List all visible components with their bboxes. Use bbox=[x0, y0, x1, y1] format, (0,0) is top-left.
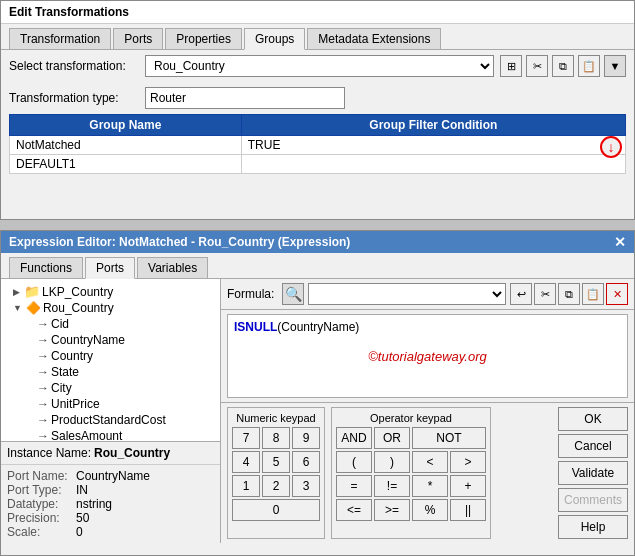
select-transformation-select[interactable]: Rou_Country bbox=[145, 55, 494, 77]
kp-5[interactable]: 5 bbox=[262, 451, 290, 473]
tab-variables[interactable]: Variables bbox=[137, 257, 208, 278]
kp-pct[interactable]: % bbox=[412, 499, 448, 521]
kp-plus[interactable]: + bbox=[450, 475, 486, 497]
tree-node-salesamount[interactable]: → SalesAmount bbox=[5, 428, 216, 441]
tree-content: ▶ 📁 LKP_Country ▼ 🔶 Rou_Country → Cid bbox=[1, 279, 220, 441]
tree-node-country[interactable]: → Country bbox=[5, 348, 216, 364]
formula-search-icon[interactable]: 🔍 bbox=[282, 283, 304, 305]
kp-lparen[interactable]: ( bbox=[336, 451, 372, 473]
table-row[interactable]: DEFAULT1 bbox=[10, 155, 626, 174]
cancel-button[interactable]: Cancel bbox=[558, 434, 628, 458]
folder-icon: 📁 bbox=[24, 284, 40, 299]
clear-icon[interactable]: ✕ bbox=[606, 283, 628, 305]
tree-node-productstandardcost[interactable]: → ProductStandardCost bbox=[5, 412, 216, 428]
groups-table-wrapper: Group Name Group Filter Condition NotMat… bbox=[1, 114, 634, 174]
tree-node-countryname[interactable]: → CountryName bbox=[5, 332, 216, 348]
paste-icon[interactable]: 📋 bbox=[582, 283, 604, 305]
kp-9[interactable]: 9 bbox=[292, 427, 320, 449]
tree-node-rou-country[interactable]: ▼ 🔶 Rou_Country bbox=[5, 300, 216, 316]
transformation-type-label: Transformation type: bbox=[9, 91, 139, 105]
tree-node-state[interactable]: → State bbox=[5, 364, 216, 380]
tree-panel: ▶ 📁 LKP_Country ▼ 🔶 Rou_Country → Cid bbox=[1, 279, 221, 543]
kp-2[interactable]: 2 bbox=[262, 475, 290, 497]
help-button[interactable]: Help bbox=[558, 515, 628, 539]
arrow-right-icon: → bbox=[37, 429, 49, 441]
kp-and[interactable]: AND bbox=[336, 427, 372, 449]
arrow-right-icon: → bbox=[37, 365, 49, 379]
icon-arrow-down[interactable]: ▼ bbox=[604, 55, 626, 77]
icon-copy[interactable]: ⧉ bbox=[552, 55, 574, 77]
kp-4[interactable]: 4 bbox=[232, 451, 260, 473]
arrow-right-icon: → bbox=[37, 413, 49, 427]
kp-lte[interactable]: <= bbox=[336, 499, 372, 521]
transformation-type-input[interactable] bbox=[145, 87, 345, 109]
port-type-row: Port Type: IN bbox=[7, 483, 214, 497]
filter-condition-cell: TRUE bbox=[241, 136, 625, 155]
icon-cut[interactable]: ✂ bbox=[526, 55, 548, 77]
watermark: ©tutorialgateway.org bbox=[368, 349, 486, 364]
copy-icon[interactable]: ⧉ bbox=[558, 283, 580, 305]
kp-mul[interactable]: * bbox=[412, 475, 448, 497]
kp-gt[interactable]: > bbox=[450, 451, 486, 473]
close-icon[interactable]: ✕ bbox=[614, 234, 626, 250]
main-window: Edit Transformations Transformation Port… bbox=[0, 0, 635, 220]
expr-main-area: ▶ 📁 LKP_Country ▼ 🔶 Rou_Country → Cid bbox=[1, 279, 634, 543]
tree-node-city[interactable]: → City bbox=[5, 380, 216, 396]
formula-edit-area[interactable]: ISNULL(CountryName) ©tutorialgateway.org bbox=[227, 314, 628, 398]
cut-icon[interactable]: ✂ bbox=[534, 283, 556, 305]
operator-keypad-grid: AND OR NOT ( ) < > = != * + <= >= % bbox=[336, 427, 486, 521]
tab-properties[interactable]: Properties bbox=[165, 28, 242, 49]
kp-gte[interactable]: >= bbox=[374, 499, 410, 521]
kp-8[interactable]: 8 bbox=[262, 427, 290, 449]
main-window-title: Edit Transformations bbox=[9, 5, 129, 19]
tab-functions[interactable]: Functions bbox=[9, 257, 83, 278]
tab-metadata[interactable]: Metadata Extensions bbox=[307, 28, 441, 49]
select-transformation-row: Select transformation: Rou_Country ⊞ ✂ ⧉… bbox=[1, 50, 634, 82]
kp-1[interactable]: 1 bbox=[232, 475, 260, 497]
scale-value: 0 bbox=[76, 525, 83, 539]
tab-ports[interactable]: Ports bbox=[85, 257, 135, 279]
kp-neq[interactable]: != bbox=[374, 475, 410, 497]
expr-title-bar: Expression Editor: NotMatched - Rou_Coun… bbox=[1, 231, 634, 253]
kp-7[interactable]: 7 bbox=[232, 427, 260, 449]
formula-select[interactable] bbox=[308, 283, 506, 305]
tree-node-unitprice[interactable]: → UnitPrice bbox=[5, 396, 216, 412]
groups-table: Group Name Group Filter Condition NotMat… bbox=[9, 114, 626, 174]
comments-button[interactable]: Comments bbox=[558, 488, 628, 512]
toolbar-icons: ⊞ ✂ ⧉ 📋 ▼ bbox=[500, 55, 626, 77]
kp-or[interactable]: OR bbox=[374, 427, 410, 449]
datatype-row: Datatype: nstring bbox=[7, 497, 214, 511]
tab-groups[interactable]: Groups bbox=[244, 28, 305, 50]
datatype-label: Datatype: bbox=[7, 497, 72, 511]
tree-node-cid[interactable]: → Cid bbox=[5, 316, 216, 332]
kp-pipe[interactable]: || bbox=[450, 499, 486, 521]
kp-3[interactable]: 3 bbox=[292, 475, 320, 497]
formula-bar: Formula: 🔍 ↩ ✂ ⧉ 📋 ✕ bbox=[221, 279, 634, 310]
kp-6[interactable]: 6 bbox=[292, 451, 320, 473]
kp-not[interactable]: NOT bbox=[412, 427, 486, 449]
icon-paste[interactable]: 📋 bbox=[578, 55, 600, 77]
kp-0[interactable]: 0 bbox=[232, 499, 320, 521]
undo-icon[interactable]: ↩ bbox=[510, 283, 532, 305]
kp-rparen[interactable]: ) bbox=[374, 451, 410, 473]
tree-node-lkp-country[interactable]: ▶ 📁 LKP_Country bbox=[5, 283, 216, 300]
port-details: Port Name: CountryName Port Type: IN Dat… bbox=[1, 464, 220, 543]
instance-label: Instance Name: bbox=[7, 446, 91, 460]
port-name-value: CountryName bbox=[76, 469, 150, 483]
icon-new[interactable]: ⊞ bbox=[500, 55, 522, 77]
arrow-right-icon: → bbox=[37, 397, 49, 411]
func-arg-text: (CountryName) bbox=[277, 320, 359, 334]
ok-button[interactable]: OK bbox=[558, 407, 628, 431]
kp-eq[interactable]: = bbox=[336, 475, 372, 497]
tab-ports[interactable]: Ports bbox=[113, 28, 163, 49]
table-row[interactable]: NotMatched TRUE bbox=[10, 136, 626, 155]
formula-label: Formula: bbox=[227, 287, 274, 301]
scale-label: Scale: bbox=[7, 525, 72, 539]
tab-transformation[interactable]: Transformation bbox=[9, 28, 111, 49]
validate-button[interactable]: Validate bbox=[558, 461, 628, 485]
kp-lt[interactable]: < bbox=[412, 451, 448, 473]
precision-value: 50 bbox=[76, 511, 89, 525]
group-name-cell: NotMatched bbox=[10, 136, 242, 155]
formula-text: ISNULL(CountryName) bbox=[234, 319, 621, 334]
func-name-text: ISNULL bbox=[234, 320, 277, 334]
